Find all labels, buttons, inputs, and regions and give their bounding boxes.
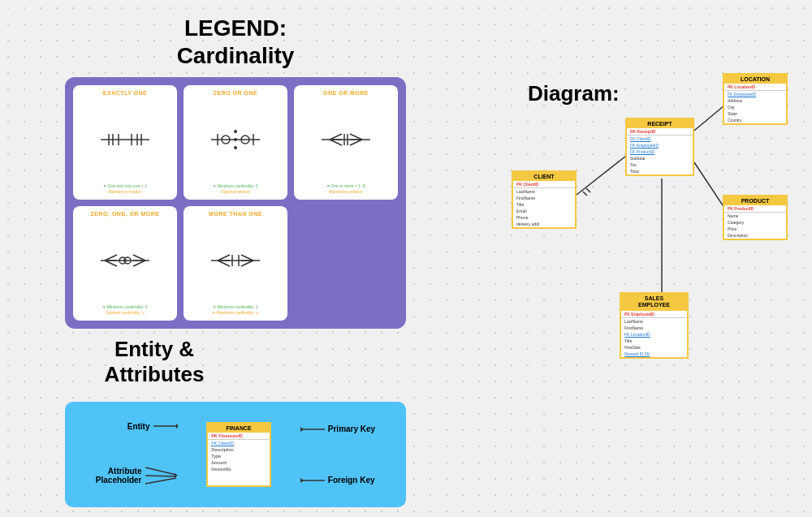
entity-row-2: Type (208, 453, 270, 459)
svg-line-44 (145, 467, 176, 475)
svg-line-40 (241, 261, 253, 266)
svg-line-34 (218, 255, 230, 261)
zero-one-more-icon (93, 217, 158, 304)
legend-card-more-than-one: MORE THAN ONE ✦ Minimum cardinality: 1 ✦… (184, 206, 287, 321)
db-entity-product: PRODUCT PK ProductID Name Category Price… (723, 195, 788, 240)
svg-line-22 (350, 140, 362, 145)
entity-row-4: InvoiceNo (208, 466, 270, 472)
pk-label-wrapper: Primary Key (300, 424, 375, 434)
exactly-one-icon (93, 96, 158, 183)
entity-label-wrapper: Entity (127, 421, 178, 431)
svg-line-56 (586, 188, 590, 192)
db-entity-receipt: RECEIPT PK ReceiptID FK ClientID FK Empl… (625, 118, 694, 176)
entity-card-finance: FINANCE PK FinancesID FK ClientID Descri… (206, 422, 271, 487)
entity-card-header: FINANCE (208, 424, 270, 433)
svg-line-18 (330, 140, 342, 145)
diagram-area: CLIENT PK ClientID LastName FirstName Ti… (512, 73, 804, 495)
legend-card-exactly-one: EXACTLY ONE ✦ One and only one = 1 Manda… (73, 85, 177, 200)
svg-point-12 (234, 130, 237, 133)
legend-box: EXACTLY ONE ✦ One and only one = 1 Manda… (65, 77, 406, 329)
entity-row-pk: PK FinancesID (208, 433, 270, 439)
svg-marker-43 (176, 424, 178, 429)
fk-label: Foreign Key (328, 476, 375, 485)
attribute-arrow (145, 463, 178, 488)
svg-line-36 (218, 261, 230, 266)
entity-arrow (153, 421, 178, 431)
svg-point-13 (234, 138, 237, 141)
legend-card-one-or-more: ONE OR MORE ✦ One or more = 1..N Mandato… (294, 85, 398, 200)
db-entity-client: CLIENT PK ClientID LastName FirstName Ti… (512, 170, 577, 229)
entity-row-fk: FK ClientID (208, 440, 270, 446)
one-or-more-icon (313, 96, 378, 183)
svg-line-31 (133, 261, 145, 266)
svg-point-14 (234, 146, 237, 149)
pk-label: Primary Key (328, 424, 375, 433)
db-entity-sales-employee: SALESEMPLOYEE PK EmployeeID LastName Fir… (620, 292, 689, 359)
entity-attributes-title: Entity &Attributes (65, 337, 244, 387)
entity-row-1: Description (208, 446, 270, 453)
fk-label-wrapper: Foreign Key (300, 476, 375, 485)
svg-line-29 (133, 255, 145, 261)
attribute-label-wrapper: AttributePlaceholder (96, 463, 178, 488)
svg-line-57 (583, 192, 587, 196)
legend-title: LEGEND: Cardinality (65, 15, 406, 69)
attribute-placeholder-label: AttributePlaceholder (96, 467, 142, 485)
svg-marker-51 (300, 478, 304, 483)
legend-card-zero-or-one: ZERO OR ONE ✦ Minimum cardinality: 0 Opt… (184, 85, 287, 200)
svg-line-38 (241, 255, 253, 261)
entity-right-labels: Primary Key Foreign Key (300, 424, 375, 485)
entity-left-labels: Entity AttributePlaceholder (96, 421, 178, 488)
svg-line-45 (145, 476, 176, 476)
svg-line-20 (350, 134, 362, 140)
svg-marker-49 (300, 427, 304, 432)
db-entity-location: LOCATION PK LocationID FK EmployeeID Add… (723, 73, 788, 125)
entity-attributes-box: Entity AttributePlaceholder FINANCE PK F… (65, 402, 406, 507)
svg-line-27 (105, 261, 117, 266)
svg-line-16 (330, 134, 342, 140)
legend-card-zero-one-more: ZERO, ONE, OR MORE ✦ Minimum cardinality… (73, 206, 177, 321)
entity-label: Entity (127, 422, 150, 431)
svg-line-46 (145, 478, 176, 484)
more-than-one-icon (203, 217, 268, 304)
zero-or-one-icon (203, 96, 268, 183)
pk-arrow (300, 424, 325, 434)
svg-marker-47 (175, 473, 178, 477)
fk-arrow (300, 476, 325, 485)
entity-row-3: Amount (208, 459, 270, 466)
svg-line-25 (105, 255, 117, 261)
